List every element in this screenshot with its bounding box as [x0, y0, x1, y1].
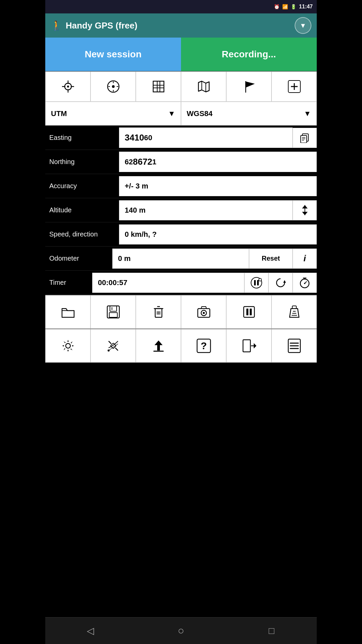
plus-icon	[288, 80, 301, 93]
easting-label: Easting	[45, 134, 119, 142]
status-alarm-icon: ⏰	[274, 4, 280, 9]
timer-reset-icon	[275, 277, 287, 289]
accuracy-label: Accuracy	[45, 182, 119, 190]
coordinate-system-dropdown[interactable]: UTM ▼	[45, 102, 181, 125]
compass-icon	[107, 80, 120, 93]
delete-button[interactable]	[136, 295, 181, 329]
save-button[interactable]	[90, 295, 136, 329]
svg-rect-57	[244, 307, 254, 317]
satellite-icon	[106, 338, 121, 353]
map-icon	[197, 80, 210, 93]
datum-arrow: ▼	[304, 109, 311, 118]
camera-button[interactable]	[181, 295, 226, 329]
coordinate-dropdowns: UTM ▼ WGS84 ▼	[45, 102, 317, 126]
upload-button[interactable]	[136, 329, 181, 363]
northing-label: Northing	[45, 158, 119, 166]
altitude-toggle-button[interactable]	[293, 200, 317, 220]
plus-button[interactable]	[272, 71, 317, 102]
nav-back-button[interactable]: ◁	[77, 621, 104, 641]
flag-button[interactable]	[226, 71, 272, 102]
status-bar: ⏰ 📶 🔋 11:47	[45, 0, 317, 13]
svg-rect-12	[153, 81, 164, 92]
svg-rect-32	[254, 280, 256, 285]
grid-icon	[152, 80, 165, 93]
altitude-row: Altitude 140 m	[45, 198, 317, 222]
status-time: 11:47	[299, 4, 313, 10]
nav-home-icon: ○	[178, 625, 184, 637]
coordinate-system-arrow: ▼	[168, 109, 175, 118]
odometer-input[interactable]	[112, 249, 249, 269]
svg-point-7	[112, 86, 114, 88]
status-signal-icon: 📶	[282, 4, 288, 9]
northing-value: 6286721	[119, 152, 317, 172]
crosshair-icon	[61, 80, 75, 93]
svg-rect-33	[257, 280, 259, 285]
settings-icon	[61, 338, 75, 353]
bottom-row-1	[45, 295, 317, 329]
timer-stopwatch-button[interactable]	[293, 273, 317, 293]
svg-point-64	[66, 343, 70, 348]
svg-point-68	[108, 350, 110, 352]
nav-recent-button[interactable]: □	[258, 621, 285, 641]
svg-rect-46	[109, 313, 117, 317]
crosshair-button[interactable]	[45, 71, 90, 102]
easting-copy-button[interactable]	[293, 128, 317, 148]
svg-marker-30	[302, 212, 308, 215]
speed-direction-value: 0 km/h, ?	[119, 224, 317, 245]
top-icon-grid	[45, 71, 317, 102]
svg-point-43	[304, 283, 305, 284]
svg-rect-70	[157, 344, 160, 351]
svg-rect-58	[246, 309, 248, 315]
flag-icon	[242, 80, 256, 93]
svg-line-66	[109, 341, 111, 344]
easting-value: 341060	[119, 127, 293, 148]
svg-marker-38	[283, 280, 286, 283]
map-button[interactable]	[181, 71, 226, 102]
coordinate-system-value: UTM	[51, 109, 67, 118]
nav-recent-icon: □	[269, 626, 275, 636]
hamburger-menu-icon	[287, 338, 302, 353]
camera-icon	[196, 305, 211, 319]
pause-button[interactable]	[226, 295, 272, 329]
compass-button[interactable]	[90, 71, 136, 102]
exit-button[interactable]	[226, 329, 272, 363]
svg-rect-74	[243, 340, 250, 352]
new-session-button[interactable]: New session	[45, 38, 181, 71]
svg-marker-76	[254, 343, 256, 348]
datum-dropdown[interactable]: WGS84 ▼	[181, 102, 317, 125]
help-button[interactable]: ?	[181, 329, 226, 363]
action-buttons-row: New session Recording...	[45, 38, 317, 71]
timer-stopwatch-icon	[299, 277, 311, 289]
app-header: 🚶 Handy GPS (free) ▼	[45, 13, 317, 38]
accuracy-row: Accuracy +/- 3 m	[45, 174, 317, 198]
hamburger-menu-button[interactable]	[272, 329, 317, 363]
satellite-button[interactable]	[90, 329, 136, 363]
altitude-arrows-icon	[301, 204, 309, 216]
timer-reset-button[interactable]	[268, 273, 293, 293]
recording-button[interactable]: Recording...	[181, 38, 317, 71]
folder-button[interactable]	[45, 295, 90, 329]
grid-button[interactable]	[136, 71, 181, 102]
timer-row: Timer	[45, 271, 317, 295]
header-dropdown-button[interactable]: ▼	[295, 17, 311, 34]
folder-icon	[61, 305, 75, 319]
info-symbol: i	[303, 253, 306, 264]
navigation-bar: ◁ ○ □	[45, 617, 317, 644]
pause-icon	[242, 305, 256, 319]
svg-point-5	[67, 86, 69, 87]
walker-icon: 🚶	[51, 20, 62, 31]
svg-rect-24	[301, 136, 307, 143]
odometer-info-button[interactable]: i	[293, 249, 317, 269]
odometer-reset-button[interactable]: Reset	[249, 249, 293, 269]
odometer-label: Odometer	[45, 255, 112, 262]
timer-display	[92, 273, 244, 293]
odometer-row: Odometer Reset i	[45, 247, 317, 271]
timer-pause-button[interactable]	[244, 273, 268, 293]
copy-icon	[300, 133, 310, 143]
flashlight-button[interactable]	[272, 295, 317, 329]
nav-home-button[interactable]: ○	[168, 621, 194, 641]
accuracy-value: +/- 3 m	[119, 176, 317, 196]
svg-text:?: ?	[200, 340, 206, 351]
settings-button[interactable]	[45, 329, 90, 363]
flashlight-icon	[287, 305, 302, 319]
